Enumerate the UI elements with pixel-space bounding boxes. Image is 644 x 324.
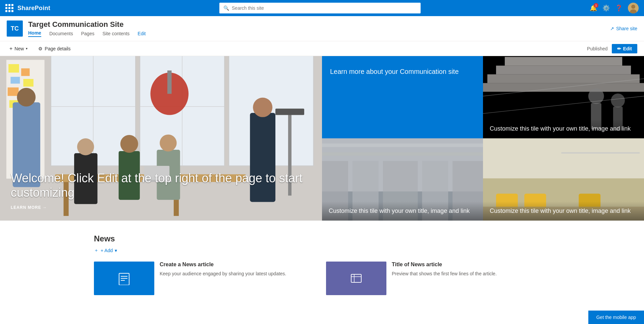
hero-tile-2[interactable]: Customize this tile with your own title,… (322, 138, 483, 221)
plus-icon: + (9, 46, 12, 52)
notification-bell[interactable]: 🔔 1 (590, 4, 597, 12)
help-icon[interactable]: ❓ (615, 4, 623, 12)
top-nav-left: SharePoint (5, 4, 50, 12)
page-details-icon: ⚙ (38, 46, 43, 51)
nav-documents[interactable]: Documents (49, 31, 73, 36)
site-logo: TC (7, 20, 23, 37)
news-card-image-1 (94, 262, 154, 295)
news-card-2: Title of News article Preview that shows… (326, 262, 550, 295)
news-add-label: + Add (101, 248, 113, 253)
edit-pencil-icon: ✏ (617, 46, 621, 51)
news-grid: Create a News article Keep your audience… (94, 262, 550, 295)
news-card-image-2 (326, 262, 386, 295)
news-card-content-1: Create a News article Keep your audience… (160, 262, 318, 277)
news-card-title-1: Create a News article (160, 262, 318, 268)
mobile-app-label: Get the mobile app (596, 315, 636, 320)
news-add-button[interactable]: ＋ + Add ▾ (94, 247, 117, 253)
search-bar[interactable]: 🔍 (219, 3, 421, 13)
command-bar-left: + New ▾ ⚙ Page details (7, 44, 73, 53)
svg-point-1 (631, 5, 635, 9)
nav-edit[interactable]: Edit (138, 31, 146, 36)
svg-point-26 (17, 88, 36, 107)
svg-rect-42 (496, 65, 631, 74)
new-button[interactable]: + New ▾ (7, 44, 30, 53)
search-icon: 🔍 (223, 5, 229, 11)
news-card-title-2: Title of News article (392, 262, 550, 268)
waffle-icon[interactable] (5, 4, 13, 12)
news-card-desc-2: Preview that shows the first few lines o… (392, 270, 550, 277)
svg-rect-75 (119, 273, 129, 285)
published-status: Published (587, 46, 608, 51)
tile-3-overlay: Customize this tile with your own title,… (483, 201, 644, 221)
site-header: TC Target Communication Site Home Docume… (0, 16, 644, 41)
svg-rect-15 (21, 68, 30, 76)
tile-3-text: Customize this tile with your own title,… (490, 207, 631, 214)
nav-home[interactable]: Home (28, 30, 41, 37)
share-site-label: Share site (616, 26, 637, 31)
tile-1-overlay: Customize this tile with your own title,… (483, 119, 644, 138)
share-icon: ↗ (610, 26, 614, 31)
hero-tile-1[interactable]: Customize this tile with your own title,… (483, 56, 644, 138)
hero-overlay: Welcome! Click Edit at the top right of … (0, 160, 322, 221)
nav-pages[interactable]: Pages (81, 31, 95, 36)
tile-2-overlay: Customize this tile with your own title,… (322, 201, 483, 221)
hero-main-tile[interactable]: Welcome! Click Edit at the top right of … (0, 56, 322, 221)
svg-point-34 (253, 98, 272, 117)
top-nav-right: 🔔 1 ⚙️ ❓ (590, 3, 639, 13)
top-nav: SharePoint 🔍 🔔 1 ⚙️ ❓ (0, 0, 644, 16)
search-input[interactable] (232, 5, 417, 11)
svg-point-47 (611, 93, 625, 107)
hero-learn-more[interactable]: LEARN MORE → (11, 205, 311, 210)
site-header-left: TC Target Communication Site Home Docume… (7, 20, 146, 37)
svg-rect-14 (8, 64, 19, 73)
news-card-content-2: Title of News article Preview that shows… (392, 262, 550, 277)
svg-point-45 (588, 88, 604, 104)
hero-section: Welcome! Click Edit at the top right of … (0, 56, 644, 221)
svg-rect-12 (167, 71, 172, 94)
svg-rect-55 (322, 143, 483, 147)
svg-rect-56 (322, 152, 483, 155)
settings-icon[interactable]: ⚙️ (602, 4, 610, 12)
new-label: New (14, 46, 24, 51)
tile-1-text: Customize this tile with your own title,… (490, 125, 631, 132)
svg-point-32 (160, 135, 177, 152)
news-section: News ＋ + Add ▾ Create a News article Kee… (0, 221, 644, 309)
hero-tile-blue-text: Learn more about your Communication site (330, 67, 459, 76)
site-info: Target Communication Site Home Documents… (28, 20, 146, 37)
svg-point-28 (77, 138, 94, 155)
svg-rect-67 (561, 152, 640, 153)
page-details-button[interactable]: ⚙ Page details (36, 45, 73, 53)
command-bar: + New ▾ ⚙ Page details Published ✏ Edit (0, 41, 644, 56)
svg-rect-41 (505, 57, 622, 66)
news-card: Create a News article Keep your audience… (94, 262, 318, 295)
hero-tile-3[interactable]: Customize this tile with your own title,… (483, 138, 644, 221)
svg-rect-18 (8, 87, 19, 96)
plus-icon: ＋ (94, 247, 99, 253)
notification-badge: 1 (594, 3, 598, 8)
user-avatar[interactable] (628, 3, 639, 13)
svg-rect-63 (483, 138, 644, 178)
hero-tile-blue[interactable]: Learn more about your Communication site (322, 56, 483, 138)
news-placeholder-icon (350, 272, 363, 285)
site-title: Target Communication Site (28, 20, 146, 29)
news-card-desc-1: Keep your audience engaged by sharing yo… (160, 270, 318, 277)
edit-button[interactable]: ✏ Edit (612, 44, 637, 53)
chevron-down-icon: ▾ (26, 47, 28, 50)
sharepoint-logo: SharePoint (17, 5, 50, 12)
news-article-icon (117, 272, 131, 285)
site-nav: Home Documents Pages Site contents Edit (28, 30, 146, 37)
page-details-label: Page details (45, 46, 70, 51)
svg-rect-16 (11, 77, 20, 84)
chevron-down-icon: ▾ (115, 248, 117, 253)
news-title: News (94, 234, 550, 243)
share-site-button[interactable]: ↗ Share site (610, 26, 637, 31)
svg-rect-17 (23, 79, 33, 87)
svg-point-30 (120, 135, 138, 153)
command-bar-right: Published ✏ Edit (587, 44, 637, 53)
edit-label: Edit (623, 46, 632, 51)
hero-title: Welcome! Click Edit at the top right of … (11, 171, 311, 200)
mobile-app-bar[interactable]: Get the mobile app (588, 311, 644, 324)
svg-rect-36 (275, 109, 304, 115)
svg-rect-79 (351, 274, 361, 282)
nav-site-contents[interactable]: Site contents (102, 31, 129, 36)
